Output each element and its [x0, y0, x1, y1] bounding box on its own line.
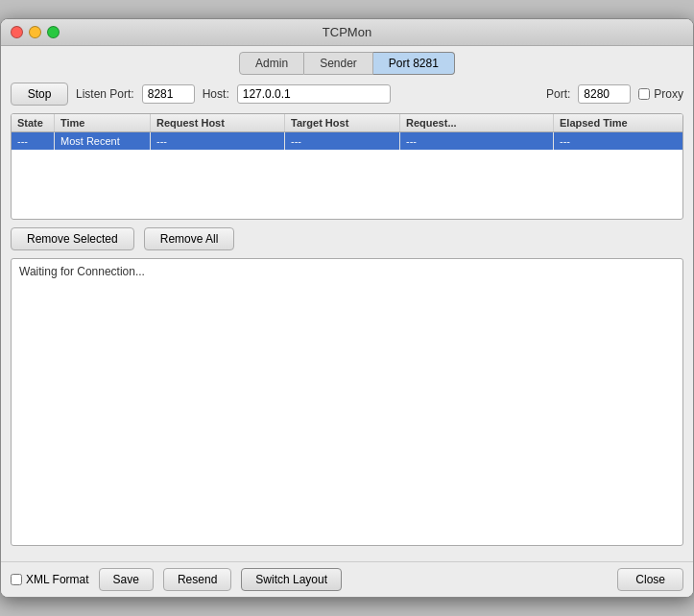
save-button[interactable]: Save	[99, 568, 154, 591]
remove-all-button[interactable]: Remove All	[144, 227, 235, 250]
minimize-window-button[interactable]	[29, 26, 41, 38]
port-input[interactable]	[578, 84, 631, 104]
content-area: Stop Listen Port: Host: Port: Proxy Stat…	[1, 75, 693, 561]
col-state: State	[12, 114, 55, 131]
log-text: Waiting for Connection...	[19, 265, 145, 278]
connections-table: State Time Request Host Target Host Requ…	[11, 113, 683, 220]
table-row[interactable]: --- Most Recent --- --- --- ---	[12, 132, 682, 150]
table-body: --- Most Recent --- --- --- ---	[12, 132, 682, 219]
cell-time: Most Recent	[55, 132, 151, 150]
toolbar-row: Stop Listen Port: Host: Port: Proxy	[11, 83, 683, 106]
window-title: TCPMon	[323, 25, 371, 39]
xml-format-row: XML Format	[11, 573, 89, 586]
cell-request-host: ---	[151, 132, 285, 150]
cell-request: ---	[400, 132, 554, 150]
cell-elapsed: ---	[554, 132, 679, 150]
col-target-host: Target Host	[285, 114, 400, 131]
resend-button[interactable]: Resend	[163, 568, 231, 591]
stop-button[interactable]: Stop	[11, 83, 68, 106]
col-request: Request...	[400, 114, 554, 131]
switch-layout-button[interactable]: Switch Layout	[241, 568, 342, 591]
close-button[interactable]: Close	[617, 568, 683, 591]
listen-port-input[interactable]	[142, 84, 195, 104]
col-elapsed-time: Elapsed Time	[554, 114, 679, 131]
title-bar: TCPMon	[1, 19, 693, 46]
cell-target-host: ---	[285, 132, 400, 150]
maximize-window-button[interactable]	[47, 26, 60, 38]
xml-format-checkbox[interactable]	[11, 574, 22, 585]
proxy-label: Proxy	[654, 87, 683, 101]
tab-port-8281[interactable]: Port 8281	[373, 52, 455, 75]
remove-buttons-row: Remove Selected Remove All	[11, 227, 683, 250]
col-time: Time	[55, 114, 151, 131]
tab-admin[interactable]: Admin	[239, 52, 304, 75]
host-input[interactable]	[237, 84, 391, 104]
col-request-host: Request Host	[151, 114, 285, 131]
xml-format-label: XML Format	[26, 573, 89, 586]
port-label: Port:	[546, 87, 570, 101]
cell-state: ---	[12, 132, 55, 150]
main-window: TCPMon Admin Sender Port 8281 Stop Liste…	[0, 18, 694, 598]
window-controls	[11, 26, 60, 38]
proxy-checkbox[interactable]	[638, 88, 650, 100]
log-area: Waiting for Connection...	[11, 258, 683, 546]
table-header: State Time Request Host Target Host Requ…	[12, 114, 682, 132]
tab-sender[interactable]: Sender	[304, 52, 373, 75]
listen-port-label: Listen Port:	[76, 87, 134, 101]
host-label: Host:	[203, 87, 229, 101]
proxy-row: Proxy	[638, 87, 683, 101]
close-window-button[interactable]	[11, 26, 23, 38]
tab-bar: Admin Sender Port 8281	[1, 46, 693, 75]
remove-selected-button[interactable]: Remove Selected	[11, 227, 134, 250]
bottom-bar: XML Format Save Resend Switch Layout Clo…	[1, 561, 693, 597]
